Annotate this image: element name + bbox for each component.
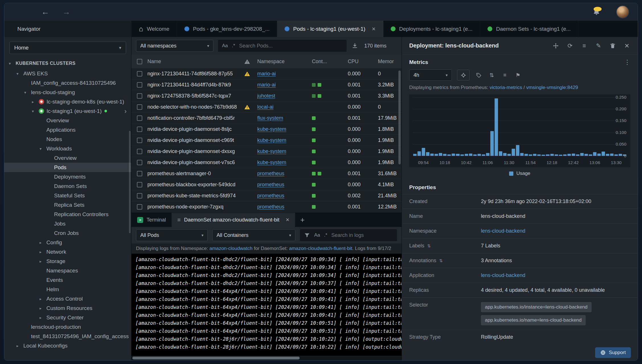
namespace-select[interactable]: All namespaces ▾ [136,40,213,52]
sidebar-item-overview[interactable]: Overview [4,153,131,163]
scope-select[interactable]: Home ▾ [9,42,126,54]
column-header-namespace[interactable]: Namespace [257,59,312,65]
regex-toggle[interactable]: .* [324,232,327,238]
sidebar-item-custom-resources[interactable]: ▸Custom Resources [4,303,131,313]
namespace-link[interactable]: mario-ai [257,82,276,88]
logs-search-input[interactable] [331,232,393,238]
caret-down-icon[interactable]: ▾ [17,71,23,76]
case-sensitive-toggle[interactable]: Aa [314,232,320,238]
caret-right-icon[interactable]: ▸ [40,240,46,245]
support-button[interactable]: Support [595,347,631,358]
sidebar-item-lc-staging-demo-k8s-eu-west-1[interactable]: ▸lc-staging-demo-k8s (eu-west-1) [4,97,131,106]
expand-toggle-icon[interactable]: ⇅ [439,258,443,263]
download-icon[interactable] [351,42,359,49]
caret-down-icon[interactable]: ▾ [24,90,31,95]
tab-deployments-lc-staging1-e[interactable]: Deployments - lc-staging1 (e... [383,21,480,37]
row-checkbox[interactable] [137,149,142,154]
user-avatar[interactable] [616,5,629,18]
dock-tab-daemonset-amazon-cloudwatch-fluent-bit[interactable]: ≡DaemonSet amazon-cloudwatch-fluent-bit× [172,213,295,227]
namespace-link[interactable]: prometheus [257,193,284,198]
namespace-link[interactable]: prometheus [257,171,284,176]
add-dock-tab-button[interactable]: + [295,213,310,227]
select-all-checkbox[interactable] [137,59,142,64]
namespace-link[interactable]: kube-system [257,126,286,132]
logs-daemonset-link[interactable]: amazon-cloudwatch-fluent-bit [289,246,352,251]
column-header-memor[interactable]: Memor [378,59,402,65]
sort-button[interactable]: ⇅ [488,72,496,78]
containers-filter-select[interactable]: All Containers ▾ [212,229,295,241]
sidebar-item-lens-cloud-staging[interactable]: ▾lens-cloud-staging [4,88,131,97]
edit-button[interactable]: ✎ [595,42,602,49]
row-checkbox[interactable] [137,160,142,165]
caret-down-icon[interactable]: ▾ [32,109,39,113]
sidebar-item-jobs[interactable]: Jobs [4,219,131,228]
row-checkbox[interactable] [137,127,142,132]
close-icon[interactable]: × [286,216,289,224]
filter-icon[interactable] [304,232,310,238]
row-checkbox[interactable] [137,182,142,187]
sidebar-item-security-center[interactable]: ▸Security Center [4,313,131,322]
caret-right-icon[interactable]: ▸ [32,100,39,104]
sidebar-item-applications[interactable]: Applications [4,125,131,135]
row-checkbox[interactable] [137,93,142,99]
sidebar-item-access-control[interactable]: ▸Access Control [4,294,131,303]
prometheus-service-link[interactable]: vmsingle-vmsingle:8429 [526,85,578,90]
back-arrow-icon[interactable]: ← [41,7,49,16]
table-row-nginx-1721304411-74df86f588-87p55[interactable]: nginx-1721304411-74df86f588-87p55mario-a… [131,68,402,79]
sidebar-item-lc-staging1-eu-west-1[interactable]: ▾lc-staging1 (eu-west-1)› [4,106,131,116]
namespace-link[interactable]: kube-system [257,148,286,154]
crosshair-button[interactable] [457,70,470,80]
table-row-nvidia-device-plugin-daemonset-v7sc6[interactable]: nvidia-device-plugin-daemonset-v7sc6kube… [131,157,402,168]
column-header-cont[interactable]: Cont... [312,59,348,65]
pods-filter-select[interactable]: All Pods ▾ [136,229,208,241]
table-row-nvidia-device-plugin-daemonset-c969t[interactable]: nvidia-device-plugin-daemonset-c969tkube… [131,135,402,146]
sidebar-item-iam-config-access-841310725496[interactable]: IAM_config_access-841310725496 [4,78,131,88]
regex-toggle[interactable]: .* [232,43,235,49]
table-row-notification-controller-7bfbfd6479-cbl5r[interactable]: notification-controller-7bfbfd6479-cbl5r… [131,113,402,124]
sidebar-item-helm[interactable]: Helm [4,285,131,294]
caret-right-icon[interactable]: ▸ [40,297,46,301]
forward-arrow-icon[interactable]: → [62,7,70,16]
sidebar-item-pods[interactable]: Pods [4,163,131,172]
sidebar-scrollbar-thumb[interactable] [129,131,131,233]
sidebar-item-lenscloud-production[interactable]: lenscloud-production [4,322,131,332]
sidebar-item-replica-sets[interactable]: Replica Sets [4,200,131,210]
caret-right-icon[interactable]: ▸ [17,344,23,348]
namespace-link[interactable]: flux-system [257,115,283,121]
namespace-link[interactable]: kube-system [257,160,286,165]
scale-button[interactable] [552,42,559,49]
row-checkbox[interactable] [137,82,142,88]
sidebar-item-nodes[interactable]: Nodes [4,135,131,144]
caret-right-icon[interactable]: ▸ [40,306,46,311]
row-checkbox[interactable] [137,115,142,121]
flag-button[interactable]: ⚑ [514,72,522,78]
namespace-link[interactable]: local-ai [257,104,273,110]
case-sensitive-toggle[interactable]: Aa [222,43,228,49]
tab-daemon-sets-lc-staging1-e[interactable]: Daemon Sets - lc-staging1 (e... [480,21,578,37]
caret-right-icon[interactable]: ▸ [40,250,46,254]
tag-button[interactable] [475,72,483,78]
namespace-link[interactable]: juhotest [257,93,275,99]
namespace-link[interactable]: kube-system [257,137,286,143]
table-row-prometheus-blackbox-exporter-549dcd[interactable]: prometheus-blackbox-exporter-549dcdprome… [131,179,402,190]
namespace-link[interactable]: prometheus [257,204,284,210]
caret-right-icon[interactable]: ▸ [40,259,46,264]
table-row-nginx-1724758378-5fb6f5847c-tqpx7[interactable]: nginx-1724758378-5fb6f5847c-tqpx7juhotes… [131,90,402,102]
close-panel-button[interactable]: × [624,42,630,49]
tab-pods-lc-staging1-eu-west-1[interactable]: Pods - lc-staging1 (eu-west-1)× [277,21,383,37]
vertical-scrollbar-thumb[interactable] [398,71,401,164]
table-row-nvidia-device-plugin-daemonset-8sljc[interactable]: nvidia-device-plugin-daemonset-8sljckube… [131,124,402,135]
dock-tab-terminal[interactable]: >Terminal [131,213,172,227]
column-header-name[interactable]: Name [147,59,244,65]
sidebar-item-events[interactable]: Events [4,275,131,285]
logs-namespace-link[interactable]: amazon-cloudwatch [209,246,252,251]
property-value-link[interactable]: lens-cloud-backend [481,228,525,234]
pods-search-input[interactable] [239,43,343,49]
restart-button[interactable]: ⟳ [567,42,573,49]
tab-welcome[interactable]: ⌂Welcome [131,21,177,37]
sidebar-item-config[interactable]: ▸Config [4,238,131,247]
table-row-prometheus-kube-state-metrics-5fd974[interactable]: prometheus-kube-state-metrics-5fd974prom… [131,190,402,201]
sidebar-item-overview[interactable]: Overview [4,116,131,125]
log-output[interactable]: [amazon-cloudwatch-fluent-bit-dhdc2/flue… [131,254,402,356]
density-button[interactable]: ≡ [501,72,509,78]
